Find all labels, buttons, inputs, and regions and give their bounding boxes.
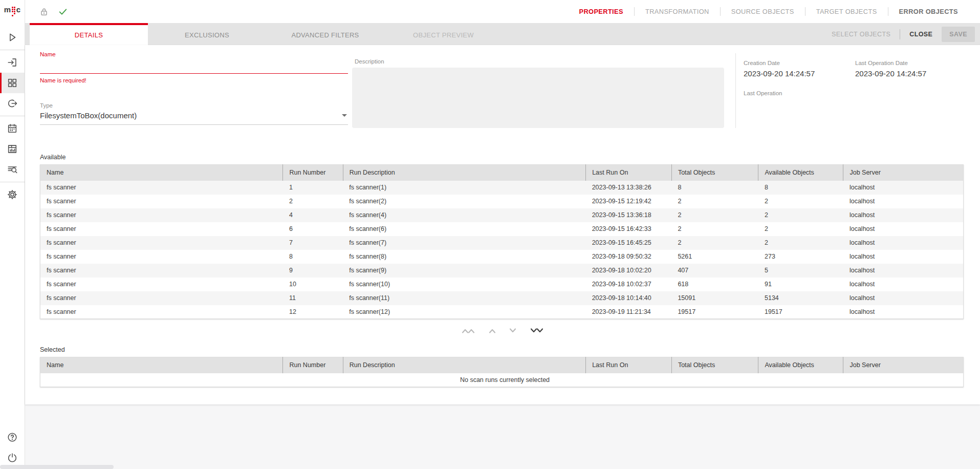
cell-name: fs scanner xyxy=(40,264,283,278)
sidebar-item-audit[interactable] xyxy=(0,159,25,180)
cell-job-server: localhost xyxy=(843,264,964,278)
table-row[interactable]: fs scanner 6 fs scanner(6) 2023-09-15 16… xyxy=(40,222,964,236)
table-row[interactable]: fs scanner 9 fs scanner(9) 2023-09-18 10… xyxy=(40,264,964,278)
cell-run-number: 7 xyxy=(283,236,343,250)
type-underline xyxy=(40,124,348,125)
nav-item-target-objects[interactable]: TARGET OBJECTS xyxy=(805,8,888,15)
cell-run-number: 9 xyxy=(283,264,343,278)
column-header-total-objects[interactable]: Total Objects xyxy=(671,165,758,181)
table-row[interactable]: fs scanner 7 fs scanner(7) 2023-09-15 16… xyxy=(40,236,964,250)
save-button[interactable]: SAVE xyxy=(942,27,975,42)
cell-run-number: 2 xyxy=(283,195,343,208)
column-header-last-run-on[interactable]: Last Run On xyxy=(586,357,672,373)
cell-run-number: 4 xyxy=(283,208,343,222)
cell-run-number: 6 xyxy=(283,222,343,236)
sidebar-item-run[interactable] xyxy=(0,27,25,48)
page-prev-icon xyxy=(489,328,496,334)
form-left-column: Name Name is required! Type FilesystemTo… xyxy=(40,51,348,130)
tab-exclusions[interactable]: EXCLUSIONS xyxy=(148,23,266,45)
table-row[interactable]: fs scanner 8 fs scanner(8) 2023-09-18 09… xyxy=(40,250,964,264)
selection-pager xyxy=(25,324,980,338)
table-row[interactable]: fs scanner 11 fs scanner(11) 2023-09-18 … xyxy=(40,291,964,305)
cell-total-objects: 2 xyxy=(671,195,758,208)
column-header-run-number[interactable]: Run Number xyxy=(283,357,343,373)
nav-item-transformation[interactable]: TRANSFORMATION xyxy=(635,8,720,15)
cell-name: fs scanner xyxy=(40,250,283,264)
sidebar-item-migsets[interactable] xyxy=(0,73,25,93)
type-value: FilesystemToBox(document) xyxy=(40,111,137,120)
power-icon xyxy=(7,452,18,463)
column-header-name[interactable]: Name xyxy=(40,165,283,181)
page-last-icon xyxy=(530,328,544,334)
cell-available-objects: 2 xyxy=(758,236,843,250)
column-header-job-server[interactable]: Job Server xyxy=(843,165,964,181)
cell-name: fs scanner xyxy=(40,236,283,250)
sidebar-separator xyxy=(0,116,25,116)
horizontal-scrollbar[interactable] xyxy=(0,465,114,469)
calendar-icon xyxy=(7,123,18,134)
table-row[interactable]: fs scanner 4 fs scanner(4) 2023-09-15 13… xyxy=(40,208,964,222)
last-operation-date-value: 2023-09-20 14:24:57 xyxy=(855,69,926,78)
sidebar-item-dashboard[interactable] xyxy=(0,139,25,159)
description-input[interactable] xyxy=(352,68,724,128)
cell-available-objects: 5134 xyxy=(758,291,843,305)
move-up-button[interactable] xyxy=(486,326,499,336)
last-operation-date-field: Last Operation Date 2023-09-20 14:24:57 xyxy=(855,60,926,78)
close-button[interactable]: CLOSE xyxy=(902,31,940,38)
cell-job-server: localhost xyxy=(843,181,964,195)
sidebar-item-export[interactable] xyxy=(0,93,25,114)
selected-table-body: No scan runs currently selected xyxy=(40,373,964,387)
cell-total-objects: 618 xyxy=(671,278,758,291)
available-section-title: Available xyxy=(40,154,980,161)
nav-item-error-objects[interactable]: ERROR OBJECTS xyxy=(888,8,969,15)
cell-name: fs scanner xyxy=(40,195,283,208)
select-objects-button[interactable]: SELECT OBJECTS xyxy=(824,31,898,38)
type-select[interactable]: FilesystemToBox(document) xyxy=(40,111,348,120)
column-header-name[interactable]: Name xyxy=(40,357,283,373)
cell-available-objects: 273 xyxy=(758,250,843,264)
cell-job-server: localhost xyxy=(843,250,964,264)
nav-item-source-objects[interactable]: SOURCE OBJECTS xyxy=(721,8,805,15)
cell-name: fs scanner xyxy=(40,222,283,236)
sidebar: m c xyxy=(0,0,25,469)
cell-total-objects: 2 xyxy=(671,208,758,222)
tab-details[interactable]: DETAILS xyxy=(30,23,148,45)
last-operation-field: Last Operation xyxy=(744,90,855,99)
tab-object-preview[interactable]: OBJECT PREVIEW xyxy=(384,23,503,45)
table-row[interactable]: fs scanner 2 fs scanner(2) 2023-09-15 12… xyxy=(40,195,964,208)
cell-job-server: localhost xyxy=(843,195,964,208)
cell-run-description: fs scanner(8) xyxy=(343,250,585,264)
move-all-down-button[interactable] xyxy=(527,326,547,336)
creation-date-label: Creation Date xyxy=(744,60,855,66)
cell-last-run-on: 2023-09-19 11:21:34 xyxy=(586,305,672,319)
dashboard-icon xyxy=(7,143,18,155)
name-input[interactable] xyxy=(40,73,348,74)
column-header-total-objects[interactable]: Total Objects xyxy=(671,357,758,373)
tab-bar: DETAILS EXCLUSIONS ADVANCED FILTERS OBJE… xyxy=(25,23,980,45)
table-row[interactable]: fs scanner 1 fs scanner(1) 2023-09-13 13… xyxy=(40,181,964,195)
column-header-available-objects[interactable]: Available Objects xyxy=(758,165,843,181)
column-header-run-description[interactable]: Run Description xyxy=(343,357,585,373)
tab-advanced-filters[interactable]: ADVANCED FILTERS xyxy=(266,23,384,45)
sidebar-item-settings[interactable] xyxy=(0,184,25,205)
column-header-run-number[interactable]: Run Number xyxy=(283,165,343,181)
properties-form: Name Name is required! Type FilesystemTo… xyxy=(25,45,980,130)
column-header-available-objects[interactable]: Available Objects xyxy=(758,357,843,373)
sidebar-item-help[interactable] xyxy=(0,427,25,447)
table-row[interactable]: fs scanner 10 fs scanner(10) 2023-09-18 … xyxy=(40,278,964,291)
column-header-job-server[interactable]: Job Server xyxy=(843,357,964,373)
table-row[interactable]: fs scanner 12 fs scanner(12) 2023-09-19 … xyxy=(40,305,964,319)
sidebar-item-import[interactable] xyxy=(0,52,25,73)
cell-run-description: fs scanner(10) xyxy=(343,278,585,291)
search-list-icon xyxy=(7,164,18,175)
sidebar-item-scheduler[interactable] xyxy=(0,118,25,139)
column-header-last-run-on[interactable]: Last Run On xyxy=(586,165,672,181)
page-next-icon xyxy=(509,328,516,334)
column-header-run-description[interactable]: Run Description xyxy=(343,165,585,181)
app-window: m c xyxy=(0,0,980,469)
move-all-up-button[interactable] xyxy=(458,326,478,336)
gear-icon xyxy=(7,189,18,200)
move-down-button[interactable] xyxy=(506,326,519,336)
cell-run-description: fs scanner(2) xyxy=(343,195,585,208)
nav-item-properties[interactable]: PROPERTIES xyxy=(568,8,634,15)
